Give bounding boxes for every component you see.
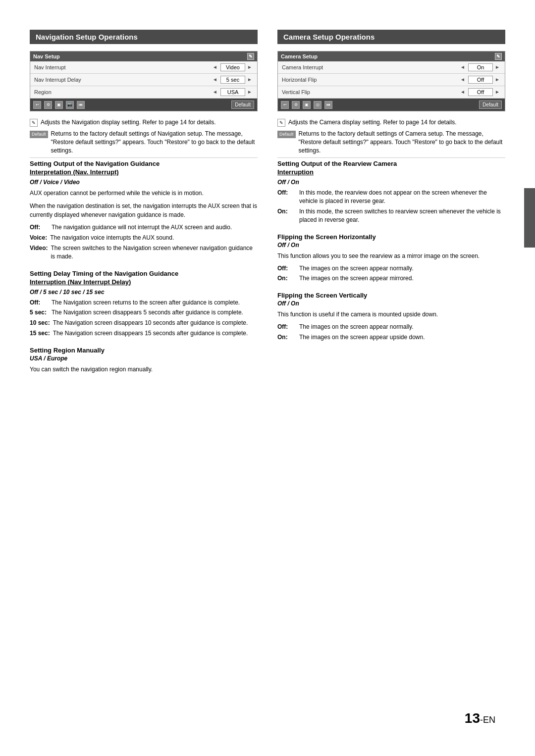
cam-sub2-on-def: The images on the screen appear mirrored…: [299, 274, 414, 283]
nav-sub2-15sec-def: The Navigation screen disappears 15 seco…: [53, 329, 248, 338]
nav-region-left-arrow[interactable]: ◄: [213, 89, 218, 95]
page-number-suffix: -EN: [480, 715, 495, 725]
nav-sub1-def-voice: Voice: The navigation voice interrupts t…: [30, 234, 258, 242]
nav-sub2-off-term: Off:: [30, 299, 49, 307]
page-container: Navigation Setup Operations Nav Setup ✎ …: [0, 0, 535, 756]
cam-interrupt-left-arrow[interactable]: ◄: [460, 64, 466, 70]
nav-sub1-off-def: The navigation guidance will not interru…: [52, 223, 232, 232]
nav-footer-camera-icon[interactable]: 📷: [66, 101, 74, 109]
cam-sub1-options: Off / On: [277, 179, 505, 186]
nav-delay-label: Nav Interrupt Delay: [34, 77, 81, 83]
nav-legend-icon-row: ✎ Adjusts the Navigation display setting…: [30, 118, 258, 127]
cam-vflip-label: Vertical Flip: [282, 89, 310, 95]
cam-footer-settings-icon[interactable]: ⚙: [292, 101, 300, 109]
nav-legend-icon-text: Adjusts the Navigation display setting. …: [41, 118, 216, 127]
nav-sub1-video-def: The screen switches to the Navigation sc…: [51, 244, 258, 261]
right-header-text: Camera Setup Operations: [283, 33, 374, 41]
cam-footer-icons: ↩ ⚙ ▣ ◎ ⏮: [281, 101, 332, 109]
nav-region-value: USA: [220, 88, 245, 96]
cam-vflip-left-arrow[interactable]: ◄: [460, 89, 466, 95]
nav-screen-footer: ↩ ⚙ ▣ 📷 ⏮ Default: [30, 99, 257, 111]
nav-row-interrupt: Nav Interrupt ◄ Video ►: [30, 61, 257, 74]
nav-default-button[interactable]: Default: [231, 101, 254, 109]
cam-vflip-right-arrow[interactable]: ►: [495, 89, 501, 95]
right-column: Camera Setup Operations Camera Setup ✎ C…: [277, 30, 505, 383]
cam-sub2-intro: This function allows you to see the rear…: [277, 252, 505, 260]
right-section-header: Camera Setup Operations: [277, 30, 505, 44]
nav-interrupt-right-arrow[interactable]: ►: [247, 64, 253, 70]
cam-sub2-off-def: The images on the screen appear normally…: [299, 264, 414, 273]
nav-sub1-intro2: When the navigation destination is set, …: [30, 202, 258, 219]
nav-sub1-off-term: Off:: [30, 223, 49, 232]
cam-interrupt-right-arrow[interactable]: ►: [495, 64, 501, 70]
left-header-text: Navigation Setup Operations: [36, 33, 138, 41]
left-section-header: Navigation Setup Operations: [30, 30, 258, 44]
nav-footer-back-icon[interactable]: ↩: [33, 101, 41, 109]
nav-delay-left-arrow[interactable]: ◄: [213, 77, 218, 83]
nav-setup-screen: Nav Setup ✎ Nav Interrupt ◄ Video ► Nav …: [30, 51, 258, 111]
nav-footer-screen-icon[interactable]: ▣: [55, 101, 63, 109]
cam-hflip-value-container: ◄ Off ►: [460, 76, 501, 84]
page-number: 13-EN: [465, 710, 495, 726]
nav-interrupt-value-container: ◄ Video ►: [213, 63, 253, 71]
nav-footer-settings-icon[interactable]: ⚙: [44, 101, 52, 109]
nav-sub1-voice-def: The navigation voice interrupts the AUX …: [50, 234, 174, 242]
cam-hflip-left-arrow[interactable]: ◄: [460, 77, 466, 83]
cam-sub3-def-off: Off: The images on the screen appear nor…: [277, 323, 505, 331]
right-divider-1: [277, 157, 505, 158]
nav-sub1-video-term: Video:: [30, 244, 48, 252]
nav-interrupt-label: Nav Interrupt: [34, 64, 66, 70]
cam-sub1-on-def: In this mode, the screen switches to rea…: [299, 207, 505, 224]
nav-interrupt-left-arrow[interactable]: ◄: [213, 64, 218, 70]
nav-sub2-def-10sec: 10 sec: The Navigation screen disappears…: [30, 319, 258, 327]
cam-row-interrupt: Camera Interrupt ◄ On ►: [278, 61, 505, 74]
cam-sub1-off-def: In this mode, the rearview does not appe…: [299, 189, 505, 205]
nav-interrupt-value: Video: [220, 63, 245, 71]
cam-sub3-title: Flipping the Screen Vertically: [277, 292, 505, 299]
nav-sub3-options: USA / Europe: [30, 355, 258, 362]
nav-legend-default-badge: Default: [30, 131, 48, 138]
cam-sub2-options: Off / On: [277, 242, 505, 249]
nav-sub2-title: Setting Delay Timing of the Navigation G…: [30, 270, 258, 277]
cam-subsection-3: Flipping the Screen Vertically Off / On …: [277, 292, 505, 342]
nav-sub1-options: Off / Voice / Video: [30, 179, 258, 186]
nav-screen-edit-icon: ✎: [247, 53, 254, 60]
nav-sub2-10sec-term: 10 sec:: [30, 319, 50, 327]
nav-region-right-arrow[interactable]: ►: [247, 89, 253, 95]
cam-sub1-off-term: Off:: [277, 189, 296, 197]
nav-row-region: Region ◄ USA ►: [30, 86, 257, 99]
cam-row-hflip: Horizontal Flip ◄ Off ►: [278, 74, 505, 86]
nav-subsection-2: Setting Delay Timing of the Navigation G…: [30, 270, 258, 338]
cam-interrupt-value-container: ◄ On ►: [460, 63, 501, 71]
nav-sub1-intro1: AUX operation cannot be performed while …: [30, 189, 258, 198]
nav-subsection-3: Setting Region Manually USA / Europe You…: [30, 347, 258, 374]
page-tab-decoration: [524, 188, 535, 248]
cam-sub1-on-term: On:: [277, 207, 296, 216]
cam-footer-play-icon[interactable]: ⏮: [324, 101, 332, 109]
cam-footer-screen-icon[interactable]: ▣: [303, 101, 311, 109]
left-column: Navigation Setup Operations Nav Setup ✎ …: [30, 30, 258, 383]
cam-legend-default-text: Returns to the factory default settings …: [299, 130, 505, 154]
cam-subsection-2: Flipping the Screen Horizontally Off / O…: [277, 233, 505, 283]
nav-row-delay: Nav Interrupt Delay ◄ 5 sec ►: [30, 74, 257, 86]
nav-delay-right-arrow[interactable]: ►: [247, 77, 253, 83]
two-column-layout: Navigation Setup Operations Nav Setup ✎ …: [30, 30, 505, 383]
cam-hflip-label: Horizontal Flip: [282, 77, 317, 83]
cam-sub3-options: Off / On: [277, 300, 505, 307]
nav-sub2-def-5sec: 5 sec: The Navigation screen disappears …: [30, 308, 258, 317]
nav-footer-play-icon[interactable]: ⏮: [77, 101, 85, 109]
cam-default-button[interactable]: Default: [479, 101, 502, 109]
cam-screen-title: Camera Setup: [281, 53, 318, 59]
cam-hflip-right-arrow[interactable]: ►: [495, 77, 501, 83]
cam-sub1-def-on: On: In this mode, the screen switches to…: [277, 207, 505, 224]
nav-sub2-def-15sec: 15 sec: The Navigation screen disappears…: [30, 329, 258, 338]
nav-sub1-voice-term: Voice:: [30, 234, 47, 242]
cam-footer-camera2-icon[interactable]: ◎: [314, 101, 321, 109]
cam-sub3-deflist: Off: The images on the screen appear nor…: [277, 323, 505, 342]
cam-footer-back-icon[interactable]: ↩: [281, 101, 289, 109]
nav-sub2-deflist: Off: The Navigation screen returns to th…: [30, 299, 258, 338]
cam-vflip-value: Off: [468, 88, 493, 96]
cam-sub3-off-term: Off:: [277, 323, 296, 331]
left-divider-1: [30, 157, 258, 158]
cam-sub1-subtitle: Interruption: [277, 168, 505, 176]
